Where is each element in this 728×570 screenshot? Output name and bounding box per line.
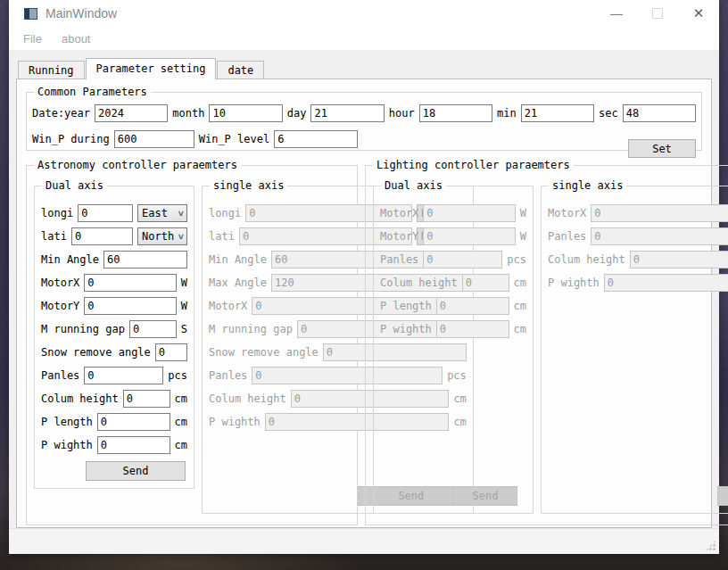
unit-label: W [181, 300, 187, 312]
astro-dual-lati-direction-select[interactable]: North ∨ [137, 227, 187, 245]
snow-remove-angle-label: Snow remove angle [209, 346, 318, 359]
lighting-single-axis-title: single axis [549, 179, 626, 192]
winp-level-input[interactable] [274, 130, 358, 148]
panles-label: Panles [548, 230, 586, 243]
p-length-label: P length [380, 300, 432, 312]
unit-label: cm [175, 392, 187, 405]
combo-value: North [142, 230, 174, 243]
motorx-label: MotorX [380, 207, 418, 219]
p-wighth-label: P wighth [548, 277, 600, 289]
date-row: Date:year month day hour min sec [32, 104, 696, 122]
astro-dual-panles-input[interactable] [84, 367, 163, 384]
astronomy-group-title: Astronomy controller paraemters [34, 159, 241, 171]
p-wighth-label: P wighth [209, 416, 261, 428]
window-title: MainWindow [46, 6, 117, 21]
set-button[interactable]: Set [628, 139, 696, 158]
astro-dual-longi-direction-select[interactable]: East ∨ [137, 204, 187, 222]
close-button[interactable]: ✕ [678, 0, 719, 27]
winp-during-input[interactable] [114, 130, 194, 148]
lighting-sub-columns: Dual axis MotorX W MotorY W [373, 186, 728, 517]
maximize-button[interactable] [637, 0, 678, 27]
astro-dual-p-wighth-input[interactable] [97, 436, 170, 454]
content-area: Running Parameter setting date Common Pa… [9, 50, 719, 528]
status-bar [9, 528, 719, 554]
astronomy-single-axis-title: single axis [210, 179, 287, 192]
astro-dual-colum-height-input[interactable] [123, 390, 170, 408]
day-input[interactable] [310, 104, 384, 122]
astro-dual-motorx-input[interactable] [84, 274, 176, 292]
menu-file[interactable]: File [13, 32, 52, 45]
unit-label: S [181, 323, 187, 335]
longi-label: longi [41, 207, 73, 219]
snow-remove-angle-label: Snow remove angle [41, 346, 151, 359]
lighting-dual-axis-title: Dual axis [381, 179, 446, 192]
min-angle-label: Min Angle [41, 253, 99, 266]
chevron-down-icon: ∨ [177, 232, 184, 241]
field-row: MotorY W [380, 227, 526, 245]
longi-label: longi [209, 207, 241, 219]
astronomy-sub-columns: Dual axis longi East ∨ lati [34, 186, 350, 517]
field-row: P wighth cm [380, 320, 526, 338]
astro-dual-min-angle-input[interactable] [103, 251, 187, 268]
motory-label: MotorY [41, 300, 79, 312]
resize-grip[interactable] [705, 540, 716, 551]
minimize-button[interactable]: — [596, 0, 637, 27]
lighting-single-axis-group: single axis MotorX W Panles pcs [541, 186, 728, 514]
p-wighth-label: P wighth [380, 323, 432, 335]
p-length-label: P length [41, 416, 93, 428]
astro-dual-motory-input[interactable] [84, 297, 176, 315]
window-controls: — ✕ [596, 0, 719, 27]
sec-input[interactable] [623, 104, 696, 122]
year-label: Date:year [32, 107, 90, 120]
hour-label: hour [389, 107, 415, 120]
lati-label: lati [41, 230, 67, 243]
menu-about[interactable]: about [52, 32, 101, 45]
astro-dual-m-running-gap-input[interactable] [129, 320, 177, 338]
tab-parameter-setting[interactable]: Parameter setting [86, 58, 217, 79]
astro-dual-longi-input[interactable] [78, 204, 133, 222]
m-running-gap-label: M running gap [209, 323, 293, 335]
light-dual-motory-input [423, 227, 515, 245]
colum-height-label: Colum height [548, 253, 625, 266]
close-icon: ✕ [693, 5, 705, 21]
menu-bar: File about [9, 27, 719, 50]
sec-label: sec [599, 107, 618, 120]
field-row: MotorX W [380, 204, 526, 222]
parameter-setting-pane: Common Parameters Date:year month day ho… [16, 78, 712, 528]
astro-dual-snow-remove-angle-input[interactable] [155, 343, 187, 361]
min-input[interactable] [521, 104, 594, 122]
astro-dual-send-button[interactable]: Send [86, 461, 186, 481]
field-row: Panles pcs [41, 367, 187, 384]
motorx-label: MotorX [41, 277, 79, 289]
combo-value: East [142, 207, 168, 219]
field-row: P wighth cm [548, 274, 728, 292]
light-single-motorx-input [591, 204, 728, 222]
year-input[interactable] [95, 104, 168, 122]
light-dual-motorx-input [423, 204, 515, 222]
field-row: M running gap S [41, 320, 187, 338]
winp-level-label: Win_P level [199, 133, 269, 145]
p-wighth-label: P wighth [41, 439, 93, 451]
unit-label: cm [514, 277, 526, 289]
light-single-colum-height-input [630, 251, 728, 268]
tab-date[interactable]: date [217, 61, 264, 78]
unit-label: cm [514, 323, 526, 335]
send-row: Send [548, 486, 728, 506]
field-row: Panles pcs [380, 251, 526, 268]
astro-dual-lati-input[interactable] [71, 227, 133, 245]
app-icon [24, 8, 37, 20]
month-input[interactable] [209, 104, 282, 122]
send-row: Send [380, 486, 526, 506]
field-row: MotorX W [41, 274, 187, 292]
tab-running[interactable]: Running [18, 61, 85, 78]
astro-dual-p-length-input[interactable] [97, 413, 170, 431]
field-row: MotorY W [41, 297, 187, 315]
motorx-label: MotorX [209, 300, 247, 312]
light-single-panles-input [591, 227, 728, 245]
unit-label: cm [175, 439, 187, 451]
unit-label: cm [175, 416, 187, 428]
hour-input[interactable] [419, 104, 492, 122]
winp-during-label: Win_P during [32, 133, 110, 145]
light-dual-p-length-input [436, 297, 509, 315]
chevron-down-icon: ∨ [177, 209, 184, 218]
